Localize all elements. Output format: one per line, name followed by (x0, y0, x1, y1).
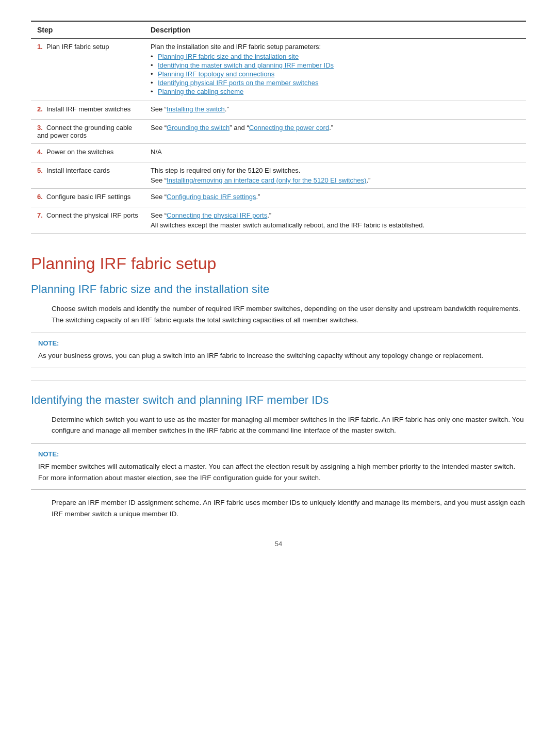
fabric-size-para-1: Choose switch models and identify the nu… (52, 303, 526, 325)
step-label: Plan IRF fabric setup (46, 43, 109, 51)
master-switch-para-2: Prepare an IRF member ID assignment sche… (52, 497, 526, 519)
step-cell: 4. Power on the switches (31, 144, 144, 162)
step-label: Configure basic IRF settings (46, 193, 130, 201)
table-row: 7. Connect the physical IRF portsSee “Co… (31, 207, 526, 234)
master-switch-para-1: Determine which switch you want to use a… (52, 414, 526, 436)
table-row: 3. Connect the grounding cable and power… (31, 120, 526, 144)
step-num: 1. (37, 43, 43, 51)
list-link[interactable]: Planning the cabling scheme (158, 88, 243, 95)
subsection-title-master-switch: Identifying the master switch and planni… (31, 393, 526, 407)
note-text-2: IRF member switches will automatically e… (38, 461, 519, 483)
list-item: Planning IRF topology and connections (151, 70, 520, 78)
link[interactable]: Grounding the switch (167, 124, 230, 132)
step-num: 2. (37, 105, 43, 113)
note-box-master-switch: NOTE: IRF member switches will automatic… (31, 443, 526, 490)
list-item: Identifying the master switch and planni… (151, 61, 520, 69)
link[interactable]: Connecting the physical IRF ports (167, 211, 267, 219)
step-label: Connect the physical IRF ports (46, 211, 138, 219)
desc-cell: Plan the installation site and IRF fabri… (144, 39, 526, 101)
list-item: Identifying physical IRF ports on the me… (151, 79, 520, 87)
step-num: 7. (37, 211, 43, 219)
step-num: 4. (37, 148, 43, 156)
step-cell: 5. Install interface cards (31, 162, 144, 189)
desc-cell: See “Connecting the physical IRF ports.”… (144, 207, 526, 234)
section-divider-1 (31, 381, 526, 381)
step-label: Install interface cards (46, 167, 110, 174)
link[interactable]: Installing/removing an interface card (o… (167, 176, 366, 184)
desc-intro: See “Configuring basic IRF settings.” (151, 193, 520, 201)
list-item: Planning the cabling scheme (151, 88, 520, 95)
step-label: Connect the grounding cable and power co… (37, 124, 132, 139)
desc-intro: This step is required only for the 5120 … (151, 167, 520, 174)
table-row: 4. Power on the switchesN/A (31, 144, 526, 162)
page-number: 54 (31, 540, 526, 548)
table-row: 1. Plan IRF fabric setupPlan the install… (31, 39, 526, 101)
page-title: Planning IRF fabric setup (31, 254, 526, 273)
list-link[interactable]: Planning IRF topology and connections (158, 70, 274, 78)
setup-steps-table: Step Description 1. Plan IRF fabric setu… (31, 21, 526, 234)
desc-cell: This step is required only for the 5120 … (144, 162, 526, 189)
link[interactable]: Installing the switch (167, 105, 225, 113)
table-row: 5. Install interface cardsThis step is r… (31, 162, 526, 189)
list-link[interactable]: Planning IRF fabric size and the install… (158, 53, 299, 60)
desc-intro: Plan the installation site and IRF fabri… (151, 43, 520, 51)
list-item: Planning IRF fabric size and the install… (151, 53, 520, 60)
step-num: 5. (37, 167, 43, 174)
step-cell: 1. Plan IRF fabric setup (31, 39, 144, 101)
link[interactable]: Configuring basic IRF settings (167, 193, 256, 201)
note-label-2: NOTE: (38, 450, 519, 458)
desc-list: Planning IRF fabric size and the install… (151, 53, 520, 95)
note-box-fabric-size: NOTE: As your business grows, you can pl… (31, 333, 526, 368)
table-row: 6. Configure basic IRF settingsSee “Conf… (31, 189, 526, 207)
desc-cell: See “Grounding the switch” and “Connecti… (144, 120, 526, 144)
step-cell: 6. Configure basic IRF settings (31, 189, 144, 207)
table-header-desc: Description (144, 21, 526, 39)
desc-intro: See “Grounding the switch” and “Connecti… (151, 124, 520, 132)
desc-intro: N/A (151, 148, 520, 156)
desc-cell: See “Installing the switch.” (144, 101, 526, 120)
list-link[interactable]: Identifying the master switch and planni… (158, 61, 334, 69)
table-row: 2. Install IRF member switchesSee “Insta… (31, 101, 526, 120)
step-cell: 7. Connect the physical IRF ports (31, 207, 144, 234)
table-header-step: Step (31, 21, 144, 39)
step-num: 6. (37, 193, 43, 201)
desc-intro: See “Connecting the physical IRF ports.” (151, 211, 520, 219)
subsection-title-fabric-size: Planning IRF fabric size and the install… (31, 283, 526, 296)
step-label: Install IRF member switches (46, 105, 130, 113)
link[interactable]: Connecting the power cord (249, 124, 329, 132)
step-num: 3. (37, 124, 43, 132)
note-label-1: NOTE: (38, 339, 519, 347)
step-label: Power on the switches (46, 148, 113, 156)
list-link[interactable]: Identifying physical IRF ports on the me… (158, 79, 318, 87)
desc-intro: See “Installing the switch.” (151, 105, 520, 113)
desc-cell: See “Configuring basic IRF settings.” (144, 189, 526, 207)
step-cell: 3. Connect the grounding cable and power… (31, 120, 144, 144)
desc-cell: N/A (144, 144, 526, 162)
step-cell: 2. Install IRF member switches (31, 101, 144, 120)
desc-extra: See “Installing/removing an interface ca… (151, 176, 520, 184)
note-text-1: As your business grows, you can plug a s… (38, 350, 519, 361)
desc-extra: All switches except the master switch au… (151, 221, 520, 229)
